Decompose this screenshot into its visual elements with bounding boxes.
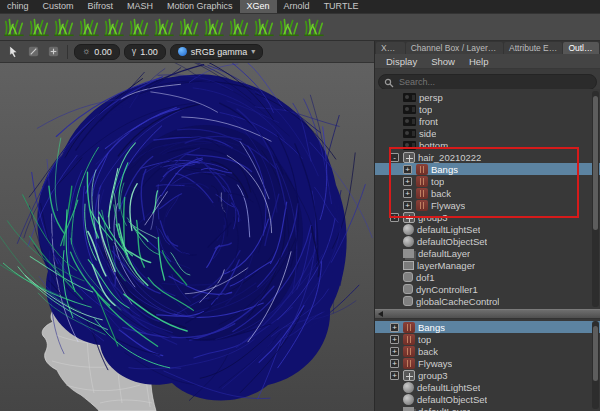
- xgen-grass-icon-13[interactable]: [302, 15, 326, 39]
- panel-menu-help[interactable]: Help: [462, 56, 496, 67]
- outliner-tree-bottom: +Bangs+top+back+Flyways+group3defaultLig…: [375, 319, 600, 411]
- description-icon: [416, 200, 428, 211]
- menubar-item-turtle[interactable]: TURTLE: [317, 0, 366, 13]
- tab-xgen[interactable]: XGen: [376, 42, 405, 54]
- exposure-field[interactable]: ☼ 0.00: [74, 44, 120, 60]
- camera-icon: [403, 117, 416, 126]
- xgen-grass-icon-11[interactable]: [252, 15, 276, 39]
- set-icon: [403, 224, 414, 235]
- xgen-grass-icon-9[interactable]: [202, 15, 226, 39]
- node-label: top: [431, 176, 444, 187]
- outliner-row-defaultobjectset[interactable]: defaultObjectSet: [375, 393, 600, 405]
- description-icon: [416, 164, 428, 175]
- menubar-item-custom[interactable]: Custom: [36, 0, 81, 13]
- outliner-row-bangs[interactable]: +Bangs: [375, 163, 600, 175]
- menubar-item-motion-graphics[interactable]: Motion Graphics: [160, 0, 240, 13]
- outliner-row-layermanager[interactable]: layerManager: [375, 259, 600, 271]
- panel-splitter[interactable]: [375, 309, 600, 319]
- tool-icon-2[interactable]: [45, 44, 61, 60]
- scrollbar-top[interactable]: [592, 91, 599, 307]
- gamma-field[interactable]: γ 1.00: [124, 44, 166, 60]
- search-input[interactable]: [378, 74, 597, 90]
- outliner-panel: XGenChannel Box / Layer EditorAttribute …: [375, 41, 600, 411]
- outliner-row-front[interactable]: front: [375, 115, 600, 127]
- expander-plus-icon[interactable]: +: [403, 189, 412, 198]
- expander-plus-icon[interactable]: +: [403, 165, 412, 174]
- xgen-grass-icon-12[interactable]: [277, 15, 301, 39]
- xgen-grass-icon-10[interactable]: [227, 15, 251, 39]
- outliner-row-back[interactable]: +back: [375, 187, 600, 199]
- outliner-row-bottom[interactable]: bottom: [375, 139, 600, 151]
- node-label: globalCacheControl: [416, 296, 499, 307]
- xgen-grass-icon-2[interactable]: [27, 15, 51, 39]
- xgen-grass-icon-3[interactable]: [52, 15, 76, 39]
- node-icon: [403, 284, 413, 294]
- tab-attribute-editor[interactable]: Attribute Editor: [504, 42, 562, 54]
- tab-outliner[interactable]: Outliner: [563, 42, 599, 54]
- outliner-row-defaultobjectset[interactable]: defaultObjectSet: [375, 235, 600, 247]
- outliner-row-bangs[interactable]: +Bangs: [375, 321, 600, 333]
- select-cursor-icon[interactable]: [5, 44, 21, 60]
- outliner-row-globalcachecontrol[interactable]: globalCacheControl: [375, 295, 600, 307]
- menubar-item-xgen[interactable]: XGen: [240, 0, 277, 13]
- xgen-grass-icon-7[interactable]: [152, 15, 176, 39]
- outliner-row-group3[interactable]: +group3: [375, 211, 600, 223]
- outliner-row-dof1[interactable]: dof1: [375, 271, 600, 283]
- camera-icon: [403, 141, 416, 150]
- node-label: defaultObjectSet: [417, 236, 487, 247]
- outliner-row-top[interactable]: top: [375, 103, 600, 115]
- outliner-row-top[interactable]: +top: [375, 175, 600, 187]
- scrollbar-thumb[interactable]: [593, 96, 598, 230]
- node-label: group3: [418, 370, 448, 381]
- expander-plus-icon[interactable]: +: [390, 213, 399, 222]
- scrollbar-bottom[interactable]: [592, 321, 599, 409]
- menubar-item-mash[interactable]: MASH: [120, 0, 160, 13]
- expander-plus-icon[interactable]: +: [390, 323, 399, 332]
- xgen-shelf: [0, 13, 600, 41]
- xgen-grass-icon-4[interactable]: [77, 15, 101, 39]
- outliner-row-persp[interactable]: persp: [375, 91, 600, 103]
- panel-menu-display[interactable]: Display: [379, 56, 424, 67]
- description-icon: [403, 358, 415, 369]
- expander-plus-icon[interactable]: +: [403, 201, 412, 210]
- node-label: side: [419, 128, 436, 139]
- panel-tabs: XGenChannel Box / Layer EditorAttribute …: [375, 41, 600, 54]
- outliner-row-defaultlayer[interactable]: defaultLayer: [375, 405, 600, 411]
- outliner-row-flyways[interactable]: +Flyways: [375, 357, 600, 369]
- menubar-item-bifrost[interactable]: Bifrost: [81, 0, 121, 13]
- node-icon: [403, 296, 413, 306]
- outliner-row-defaultlayer[interactable]: defaultLayer: [375, 247, 600, 259]
- panel-menu-show[interactable]: Show: [424, 56, 462, 67]
- view-transform-dropdown[interactable]: sRGB gamma ▾: [170, 44, 264, 60]
- xgen-grass-icon-1[interactable]: [2, 15, 26, 39]
- expander-plus-icon[interactable]: +: [403, 177, 412, 186]
- xgen-grass-icon-8[interactable]: [177, 15, 201, 39]
- set-icon: [403, 382, 414, 393]
- set-icon: [403, 236, 414, 247]
- outliner-row-group3[interactable]: +group3: [375, 369, 600, 381]
- expander-plus-icon[interactable]: +: [390, 359, 399, 368]
- xgen-grass-icon-5[interactable]: [102, 15, 126, 39]
- expander-plus-icon[interactable]: +: [390, 335, 399, 344]
- xgen-grass-icon-6[interactable]: [127, 15, 151, 39]
- tool-icon-1[interactable]: [25, 44, 41, 60]
- outliner-row-side[interactable]: side: [375, 127, 600, 139]
- expander-plus-icon[interactable]: +: [390, 371, 399, 380]
- menubar-item-arnold[interactable]: Arnold: [277, 0, 317, 13]
- expander-minus-icon[interactable]: -: [390, 153, 399, 162]
- transform-icon: [403, 152, 415, 163]
- tab-channel-box-layer-editor[interactable]: Channel Box / Layer Editor: [406, 42, 503, 54]
- expander-plus-icon[interactable]: +: [390, 347, 399, 356]
- search-row: [378, 71, 597, 87]
- outliner-row-defaultlightset[interactable]: defaultLightSet: [375, 223, 600, 235]
- viewport-3d[interactable]: [0, 63, 374, 411]
- outliner-row-top[interactable]: +top: [375, 333, 600, 345]
- outliner-row-back[interactable]: +back: [375, 345, 600, 357]
- menubar-item-ching[interactable]: ching: [0, 0, 36, 13]
- outliner-row-defaultlightset[interactable]: defaultLightSet: [375, 381, 600, 393]
- outliner-row-flyways[interactable]: +Flyways: [375, 199, 600, 211]
- outliner-row-dyncontroller1[interactable]: dynController1: [375, 283, 600, 295]
- scrollbar-thumb[interactable]: [593, 326, 598, 381]
- outliner-row-hair-20210222[interactable]: -hair_20210222: [375, 151, 600, 163]
- tree-indent: [390, 169, 403, 170]
